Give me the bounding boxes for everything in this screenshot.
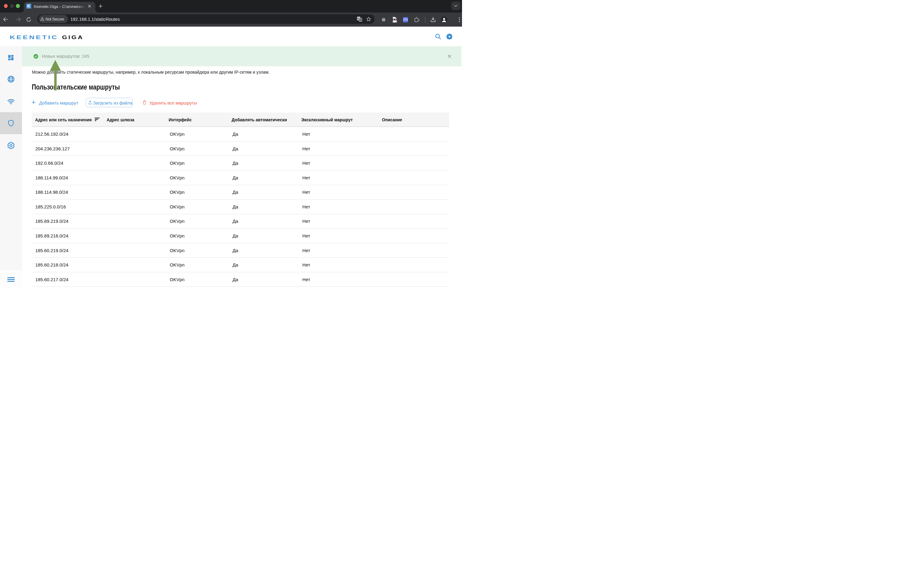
svg-text:K: K	[27, 4, 30, 8]
svg-text:文: 文	[359, 19, 362, 21]
